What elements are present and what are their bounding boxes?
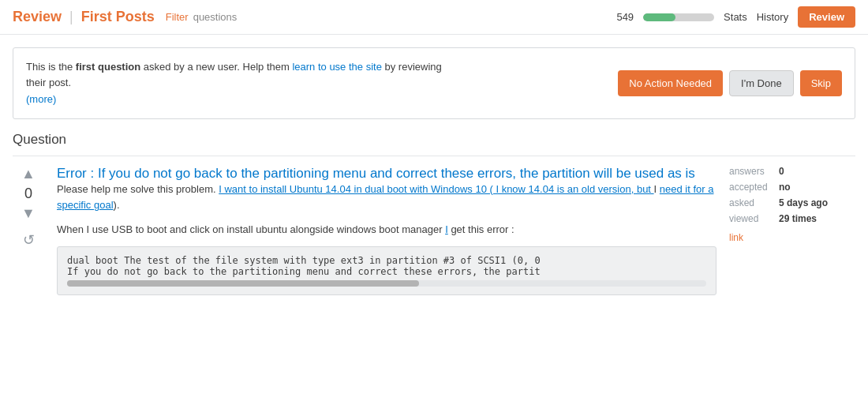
meta-asked-row: asked 5 days ago: [729, 197, 855, 208]
questions-label: questions: [193, 11, 238, 23]
firstposts-title: First Posts: [81, 9, 155, 25]
more-link[interactable]: (more): [26, 92, 442, 107]
accepted-value: no: [779, 182, 791, 193]
body-text-1-end: ).: [114, 199, 120, 211]
vote-count: 0: [24, 186, 32, 202]
answers-value: 0: [779, 166, 784, 177]
vote-sidebar: 0: [13, 166, 44, 295]
code-line-2: If you do not go back to the partitionin…: [67, 266, 706, 277]
question-body-2: When I use USB to boot and click on inst…: [57, 222, 716, 238]
answers-label: answers: [729, 166, 773, 177]
info-text-line2: their post.: [26, 77, 71, 88]
review-link[interactable]: Review: [13, 9, 62, 25]
bookmark-button[interactable]: [23, 231, 35, 249]
downvote-button[interactable]: [21, 205, 36, 222]
history-link[interactable]: History: [757, 11, 788, 23]
accepted-label: accepted: [729, 182, 773, 193]
body-text-1-prefix: Please help me solve this problem.: [57, 183, 219, 195]
meta-accepted-row: accepted no: [729, 182, 855, 193]
scrollbar[interactable]: [67, 280, 706, 287]
learn-link[interactable]: learn to use the site: [292, 61, 381, 73]
question-title[interactable]: Error : If you do not go back to the par…: [57, 166, 695, 181]
meta-sidebar: answers 0 accepted no asked 5 days ago v…: [729, 166, 855, 295]
meta-answers-row: answers 0: [729, 166, 855, 177]
question-container: 0 Error : If you do not go back to the p…: [13, 166, 855, 295]
info-text-bold: first question: [76, 61, 140, 73]
scrollbar-thumb: [67, 280, 419, 287]
asked-value: 5 days ago: [779, 197, 828, 208]
progress-bar: [643, 13, 714, 21]
header-left: Review | First Posts Filter questions: [13, 9, 616, 25]
stats-link[interactable]: Stats: [724, 11, 747, 23]
no-action-button[interactable]: No Action Needed: [618, 70, 723, 96]
separator: |: [69, 9, 73, 25]
viewed-label: viewed: [729, 213, 773, 224]
info-text: This is the first question asked by a ne…: [26, 59, 442, 107]
meta-viewed-row: viewed 29 times: [729, 213, 855, 224]
upvote-button[interactable]: [21, 166, 36, 182]
asked-label: asked: [729, 197, 773, 208]
action-buttons: No Action Needed I'm Done Skip: [618, 70, 842, 96]
question-section: Question 0 Error : If you do not go back…: [0, 132, 868, 295]
body-text-1-mid: I: [654, 183, 660, 195]
im-done-button[interactable]: I'm Done: [729, 70, 794, 96]
question-body-1: Please help me solve this problem. I wan…: [57, 182, 716, 215]
section-title: Question: [13, 132, 855, 156]
header-right: 549 Stats History Review: [616, 6, 855, 28]
info-box: This is the first question asked by a ne…: [13, 47, 855, 119]
code-block: dual boot The test of the file system wi…: [57, 246, 716, 295]
info-text-prefix: This is the: [26, 61, 76, 73]
body-text-2-end: get this error :: [448, 223, 514, 235]
info-text-suffix: asked by a new user. Help them: [140, 61, 292, 73]
code-line-1: dual boot The test of the file system wi…: [67, 255, 706, 266]
question-content: Error : If you do not go back to the par…: [57, 166, 716, 295]
header: Review | First Posts Filter questions 54…: [0, 0, 868, 35]
progress-bar-fill: [643, 13, 675, 21]
post-link[interactable]: link: [729, 232, 743, 243]
body-link-1[interactable]: I want to install Ubuntu 14.04 in dual b…: [219, 183, 653, 195]
review-header-button[interactable]: Review: [798, 6, 855, 28]
body-text-2: When I use USB to boot and click on inst…: [57, 223, 445, 235]
progress-count: 549: [616, 11, 634, 23]
skip-button[interactable]: Skip: [800, 70, 842, 96]
viewed-value: 29 times: [779, 213, 817, 224]
filter-label[interactable]: Filter: [166, 11, 189, 23]
info-text-middle: by reviewing: [382, 61, 442, 73]
